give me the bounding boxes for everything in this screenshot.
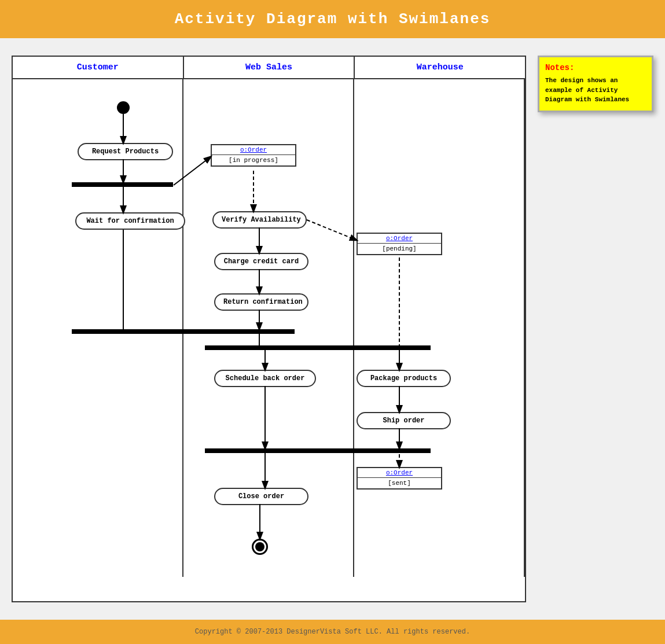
verify-availability-node: Verify Availability [212,211,307,229]
notes-panel: Notes: The design shows an example of Ac… [538,56,653,112]
ship-order-node: Ship order [357,412,451,429]
swimlane-headers: Customer Web Sales Warehouse [13,57,525,79]
notes-body: The design shows an example of Activity … [545,76,646,105]
wait-for-confirmation-node: Wait for confirmation [75,212,185,230]
close-order-node: Close order [214,488,308,505]
fork-bar-3 [205,345,431,350]
fork-bar-2 [72,329,295,334]
main-content: Customer Web Sales Warehouse Request Pro… [0,38,665,620]
swimlane-customer-header: Customer [13,57,184,78]
order-sent-node: o:Order [sent] [357,467,442,490]
swimlane-warehouse [354,79,525,577]
final-node [252,539,268,555]
swimlane-warehouse-header: Warehouse [355,57,525,78]
package-products-node: Package products [357,370,451,387]
initial-node [117,101,130,114]
diagram-container: Customer Web Sales Warehouse Request Pro… [12,56,526,602]
page-title: Activity Diagram with Swimlanes [0,0,665,38]
schedule-back-order-node: Schedule back order [214,370,316,387]
final-node-inner [255,542,264,551]
fork-bar-4 [205,448,431,453]
swimlane-websales-header: Web Sales [184,57,355,78]
notes-title: Notes: [545,63,646,72]
order-in-progress-node: o:Order [in progress] [211,144,296,167]
charge-credit-card-node: Charge credit card [214,253,308,270]
request-products-node: Request Products [78,143,173,160]
footer: Copyright © 2007-2013 DesignerVista Soft… [0,620,665,644]
swimlanes-body: Request Products Wait for confirmation o… [13,79,525,577]
return-confirmation-node: Return confirmation [214,293,308,311]
order-pending-node: o:Order [pending] [357,233,442,255]
fork-bar-1 [72,182,173,187]
